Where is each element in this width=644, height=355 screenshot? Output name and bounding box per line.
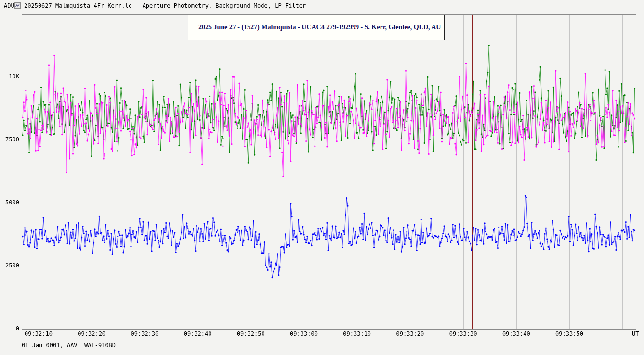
x-tick-label: 09:33:50	[555, 330, 583, 337]
x-tick-label: 09:33:20	[396, 330, 424, 337]
y-tick-label: 7500	[0, 136, 19, 143]
x-tick-label: 09:33:00	[290, 330, 318, 337]
y-tick-label: 0	[0, 325, 19, 332]
light-curve-window: ADU 20250627 Malmquista 4Fr Kerr.lc - Ap…	[0, 0, 644, 355]
window-title: 20250627 Malmquista 4Fr Kerr.lc - Apertu…	[24, 2, 306, 9]
title-bar: ADU 20250627 Malmquista 4Fr Kerr.lc - Ap…	[0, 0, 644, 11]
x-tick-label: 09:33:30	[449, 330, 477, 337]
status-line: 01 Jan 0001, AAV, WAT-910BD	[22, 342, 116, 349]
y-tick-label: 10K	[0, 73, 19, 80]
x-tick-label: 09:32:10	[25, 330, 53, 337]
app-icon	[14, 1, 21, 8]
light-curve-plot[interactable]	[0, 0, 644, 355]
x-tick-label: 09:32:30	[131, 330, 158, 337]
x-axis-unit-label: UT	[632, 330, 639, 337]
observation-title-box: 2025 June 27 - (1527) Malmquista - UCAC4…	[188, 15, 445, 40]
y-axis-unit-label: ADU	[4, 2, 14, 9]
x-tick-label: 09:33:40	[502, 330, 530, 337]
observation-title: 2025 June 27 - (1527) Malmquista - UCAC4…	[198, 24, 441, 31]
x-tick-label: 09:32:50	[237, 330, 265, 337]
x-tick-label: 09:32:20	[78, 330, 105, 337]
y-tick-label: 2500	[0, 262, 19, 269]
x-tick-label: 09:32:40	[184, 330, 212, 337]
y-tick-label: 5000	[0, 199, 19, 206]
x-tick-label: 09:33:10	[343, 330, 371, 337]
